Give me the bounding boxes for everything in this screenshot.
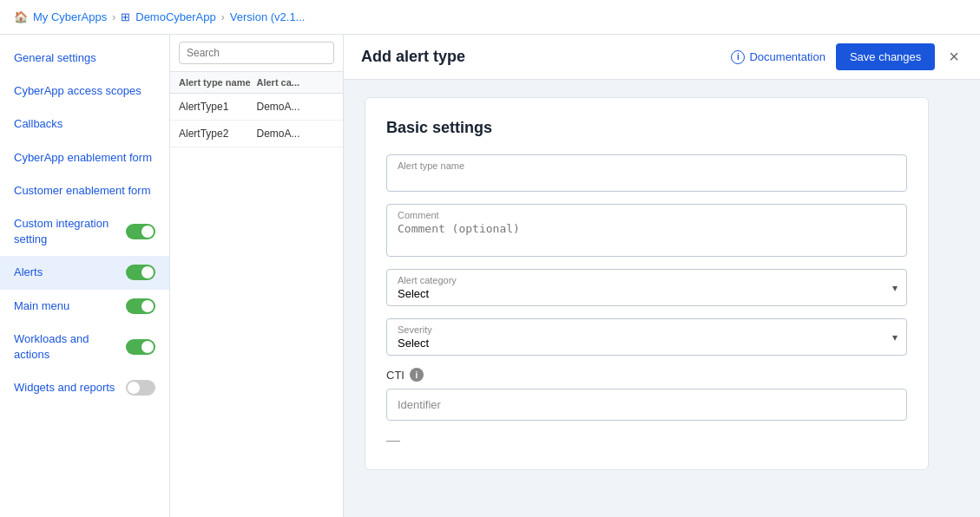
alert-category-field: Alert category Select ▾ [386, 269, 907, 306]
custom-integration-toggle[interactable] [126, 224, 155, 239]
alerts-toggle[interactable] [126, 265, 155, 280]
sidebar-label-general-settings: General settings [14, 50, 96, 66]
col-header-category: Alert ca... [257, 77, 335, 88]
section-title: Basic settings [386, 119, 907, 137]
cti-info-icon: i [410, 368, 424, 382]
info-icon: i [731, 50, 745, 64]
sidebar-item-callbacks[interactable]: Callbacks [0, 108, 169, 141]
breadcrumb-sep1: › [112, 11, 115, 23]
alert-table-header: Alert type name Alert ca... [170, 72, 343, 94]
toggle-knob [128, 382, 140, 394]
breadcrumb-version[interactable]: Version (v2.1... [230, 10, 306, 23]
comment-input[interactable] [387, 205, 906, 253]
modal-form-area: Add alert type i Documentation Save chan… [344, 35, 980, 517]
identifier-input[interactable] [387, 389, 906, 420]
alert-type-name-input[interactable] [387, 155, 906, 191]
alert-row-name: AlertType1 [179, 101, 257, 113]
alert-type-name-field: Alert type name [386, 154, 907, 192]
close-button[interactable]: × [945, 47, 963, 67]
severity-field-group: Severity Select ▾ [386, 318, 907, 356]
comment-field: Comment [386, 204, 907, 257]
widgets-toggle[interactable] [126, 380, 155, 396]
cti-label-container: CTI i [386, 368, 907, 382]
sidebar-item-cyberapp-access-scopes[interactable]: CyberApp access scopes [0, 75, 169, 108]
breadcrumb-sep2: › [221, 11, 225, 23]
modal-title: Add alert type [361, 48, 465, 66]
table-row[interactable]: AlertType2 DemoA... [170, 121, 343, 147]
sidebar-label-cyberapp-access-scopes: CyberApp access scopes [14, 83, 141, 99]
alert-row-name: AlertType2 [179, 128, 257, 140]
sidebar-label-alerts: Alerts [14, 265, 43, 280]
sidebar-item-custom-integration-setting[interactable]: Custom integration setting [0, 207, 169, 256]
col-header-name: Alert type name [179, 77, 257, 88]
workloads-toggle[interactable] [126, 339, 155, 355]
alert-table: Alert type name Alert ca... AlertType1 D… [170, 72, 343, 517]
breadcrumb-home[interactable]: My CyberApps [33, 10, 107, 23]
comment-field-group: Comment [386, 204, 907, 257]
sidebar-item-main-menu[interactable]: Main menu [0, 290, 169, 323]
breadcrumb-grid-icon: ⊞ [121, 10, 130, 23]
main-menu-toggle[interactable] [126, 298, 155, 314]
search-bar [170, 35, 343, 72]
sidebar-item-widgets-and-reports[interactable]: Widgets and reports [0, 371, 169, 404]
save-button[interactable]: Save changes [836, 43, 935, 70]
toggle-knob [141, 226, 154, 238]
sidebar-label-widgets-and-reports: Widgets and reports [14, 380, 115, 396]
cti-field-group: CTI i [386, 368, 907, 421]
toggle-knob [141, 266, 154, 278]
alert-category-select[interactable]: Select [387, 270, 906, 305]
sidebar-item-cyberapp-enablement-form[interactable]: CyberApp enablement form [0, 141, 169, 174]
toggle-knob [141, 300, 154, 312]
cti-label-text: CTI [386, 369, 404, 382]
breadcrumb: 🏠 My CyberApps › ⊞ DemoCyberApp › Versio… [0, 0, 980, 35]
form-card: Basic settings Alert type name Comment [365, 97, 929, 470]
form-body: Basic settings Alert type name Comment [344, 80, 980, 517]
dash-line: — [386, 433, 907, 448]
sidebar-item-customer-enablement-form[interactable]: Customer enablement form [0, 174, 169, 207]
alert-row-cat: DemoA... [257, 101, 335, 113]
documentation-label: Documentation [749, 50, 825, 63]
alert-type-name-field-group: Alert type name [386, 154, 907, 192]
sidebar-label-callbacks: Callbacks [14, 116, 62, 132]
home-icon: 🏠 [14, 10, 28, 23]
modal-actions: i Documentation Save changes × [731, 43, 963, 70]
sidebar-item-alerts[interactable]: Alerts [0, 256, 169, 289]
severity-field: Severity Select ▾ [386, 318, 907, 356]
alert-list-panel: Alert type name Alert ca... AlertType1 D… [170, 35, 344, 517]
sidebar-item-workloads-and-actions[interactable]: Workloads and actions [0, 323, 169, 371]
documentation-link[interactable]: i Documentation [731, 50, 825, 64]
modal-topbar: Add alert type i Documentation Save chan… [344, 35, 980, 80]
sidebar-label-workloads-and-actions: Workloads and actions [14, 331, 126, 363]
sidebar: General settings CyberApp access scopes … [0, 35, 170, 517]
search-input[interactable] [179, 42, 334, 64]
severity-select[interactable]: Select [387, 319, 906, 355]
sidebar-label-customer-enablement-form: Customer enablement form [14, 183, 151, 199]
sidebar-label-main-menu: Main menu [14, 298, 69, 314]
toggle-knob [141, 341, 154, 353]
alert-row-cat: DemoA... [257, 128, 335, 140]
alert-category-field-group: Alert category Select ▾ [386, 269, 907, 306]
breadcrumb-app[interactable]: DemoCyberApp [135, 10, 216, 23]
sidebar-label-cyberapp-enablement-form: CyberApp enablement form [14, 150, 152, 166]
table-row[interactable]: AlertType1 DemoA... [170, 94, 343, 121]
sidebar-label-custom-integration-setting: Custom integration setting [14, 216, 126, 247]
sidebar-item-general-settings[interactable]: General settings [0, 42, 169, 75]
identifier-field [386, 389, 907, 421]
